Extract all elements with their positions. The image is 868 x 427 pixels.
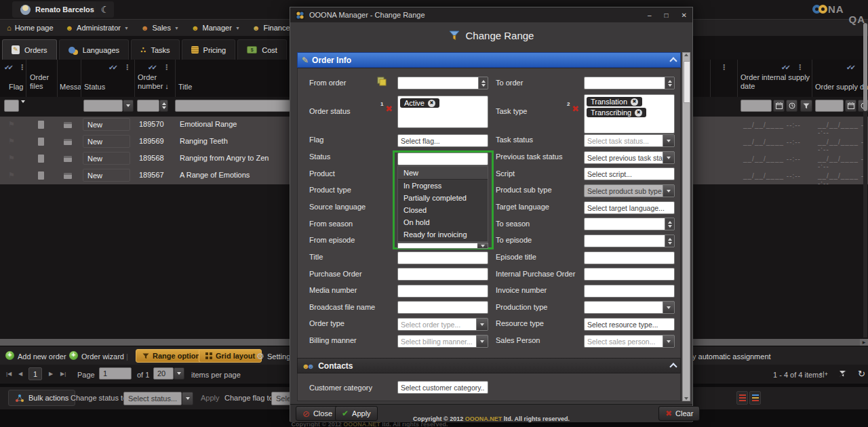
close-icon[interactable]: ✕ — [682, 12, 687, 19]
clear-order-status-icon[interactable]: 1✖ — [385, 104, 393, 114]
list-view-red-button[interactable] — [736, 391, 748, 405]
col-order-number[interactable]: Order number ↓ — [138, 73, 173, 91]
add-new-order-button[interactable]: Add new order — [18, 352, 66, 361]
menu-manager[interactable]: ☻Manager▼ — [191, 24, 240, 32]
column-menu-icon[interactable]: ⋮ — [796, 63, 804, 72]
grid-layout-button[interactable]: Grid layout — [199, 349, 262, 363]
messages-icon[interactable] — [64, 122, 72, 128]
status-filter[interactable] — [83, 100, 123, 112]
dropdown-option[interactable]: New — [398, 167, 488, 180]
clock-icon[interactable] — [786, 100, 797, 112]
scroll-right-icon[interactable]: ▶ — [860, 339, 868, 346]
page-input[interactable]: 1 — [99, 367, 132, 380]
order-type-select[interactable] — [397, 318, 488, 331]
title-filter[interactable] — [175, 100, 290, 112]
task-status-select[interactable] — [584, 134, 675, 147]
user-menu[interactable]: Renato Barcelos — [12, 1, 102, 18]
remove-tag-icon[interactable]: ✖ — [428, 100, 435, 107]
select-status-dropdown-icon[interactable] — [182, 392, 193, 405]
purchase-order-input[interactable] — [397, 268, 488, 281]
col-title[interactable]: Title — [178, 83, 192, 92]
tab-pricing[interactable]: Pricing — [182, 39, 236, 60]
column-menu-icon[interactable]: ⋮ — [123, 63, 131, 72]
col-flag[interactable]: Flag — [9, 83, 23, 92]
refresh-button[interactable]: ↻ — [855, 367, 868, 380]
tab-orders[interactable]: ✎Orders — [2, 39, 57, 60]
collapse-icon[interactable] — [669, 363, 677, 370]
flag-input[interactable] — [397, 134, 488, 147]
title-input[interactable] — [397, 251, 488, 264]
theme-toggle-button[interactable]: ☾ — [96, 1, 114, 18]
messages-icon[interactable] — [64, 173, 72, 179]
menu-administrator[interactable]: ☻Administrator▼ — [66, 24, 129, 32]
status-input[interactable] — [397, 152, 488, 165]
clear-filters-button[interactable] — [836, 367, 849, 380]
remove-tag-icon[interactable]: ✖ — [635, 109, 642, 117]
status-filter-dropdown[interactable] — [123, 100, 134, 112]
select-status-dropdown[interactable]: Select status... — [123, 392, 182, 405]
to-season-input[interactable] — [584, 218, 675, 230]
select-all-icon[interactable]: ✔✔ — [846, 64, 854, 71]
production-type-select[interactable] — [584, 301, 675, 314]
to-episode-input[interactable] — [584, 235, 675, 247]
prev-page-icon[interactable]: ◀ — [18, 371, 22, 377]
product-combo-partial[interactable] — [397, 243, 488, 249]
scroll-up-icon[interactable] — [684, 54, 688, 56]
dialog-title-bar[interactable]: OOONA Manager - Change Range – □ ✕ — [290, 7, 692, 22]
collapse-icon[interactable] — [669, 57, 677, 64]
filter-icon[interactable] — [800, 100, 812, 112]
col-messages[interactable]: Messa — [60, 83, 81, 92]
flag-filter[interactable] — [4, 100, 19, 112]
dropdown-option[interactable]: Closed — [398, 204, 488, 216]
first-page-icon[interactable]: |◀ — [6, 371, 12, 377]
media-number-input[interactable] — [397, 285, 488, 298]
calendar-icon[interactable] — [773, 100, 785, 112]
previous-task-status-select[interactable] — [584, 151, 675, 164]
col-order-internal-supply-date[interactable]: Order internal supply date — [741, 73, 812, 91]
apply-status-button[interactable]: Apply — [201, 394, 220, 402]
broadcast-file-name-input[interactable] — [397, 301, 488, 314]
menu-home-page[interactable]: ⌂Home page — [7, 24, 54, 32]
maximize-icon[interactable]: □ — [665, 12, 669, 19]
scroll-down-icon[interactable] — [684, 397, 688, 400]
dialog-scrollbar[interactable] — [682, 52, 690, 401]
tab-languages[interactable]: Languages — [59, 39, 129, 60]
list-view-multi-button[interactable] — [749, 391, 761, 405]
episode-title-input[interactable] — [584, 251, 675, 264]
column-menu-icon[interactable]: ⋮ — [18, 63, 26, 72]
contacts-section-header[interactable]: ☻☻ Contacts — [297, 358, 681, 373]
messages-icon[interactable] — [64, 139, 72, 145]
copy-icon[interactable] — [377, 77, 387, 87]
order-files-icon[interactable] — [38, 155, 44, 163]
col-order-files[interactable]: Order files — [30, 73, 57, 91]
sales-person-select[interactable] — [584, 335, 675, 348]
order-info-section-header[interactable]: ✎ Order Info — [297, 52, 681, 68]
current-page[interactable]: 1 — [28, 367, 42, 380]
select-all-icon[interactable]: ✔✔ — [108, 64, 116, 71]
fit-columns-button[interactable]: +|+ — [817, 367, 830, 380]
select-all-icon[interactable]: ✔✔ — [148, 64, 155, 71]
scrollbar-thumb[interactable] — [863, 23, 867, 111]
col-order-supply-date[interactable]: Order supply date — [815, 83, 868, 92]
minimize-icon[interactable]: – — [648, 12, 652, 19]
order-number-filter[interactable] — [137, 100, 159, 112]
scrollbar-thumb[interactable] — [684, 61, 690, 103]
task-type-multiselect[interactable]: Translation✖ Transcribing✖ — [584, 94, 675, 134]
target-language-input[interactable] — [584, 201, 675, 214]
last-page-icon[interactable]: ▶| — [60, 371, 66, 377]
messages-icon[interactable] — [64, 156, 72, 162]
vertical-scrollbar[interactable] — [863, 20, 867, 338]
order-number-spinner[interactable] — [159, 100, 168, 112]
internal-purchase-order-input[interactable] — [584, 268, 675, 281]
order-files-icon[interactable] — [38, 171, 44, 180]
tab-cost[interactable]: $Cost — [237, 39, 287, 60]
order-status-multiselect[interactable]: Active✖ — [397, 96, 488, 128]
page-size-dropdown-icon[interactable] — [174, 367, 184, 380]
dropdown-option[interactable]: Ready for invoicing — [398, 228, 488, 241]
invoice-number-input[interactable] — [584, 285, 675, 298]
page-size-select[interactable]: 20 — [153, 367, 174, 380]
select-all-icon[interactable]: ✔✔ — [4, 64, 12, 71]
next-page-icon[interactable]: ▶ — [49, 371, 53, 377]
internal-supply-date-filter[interactable] — [741, 100, 772, 112]
order-files-icon[interactable] — [38, 138, 44, 146]
